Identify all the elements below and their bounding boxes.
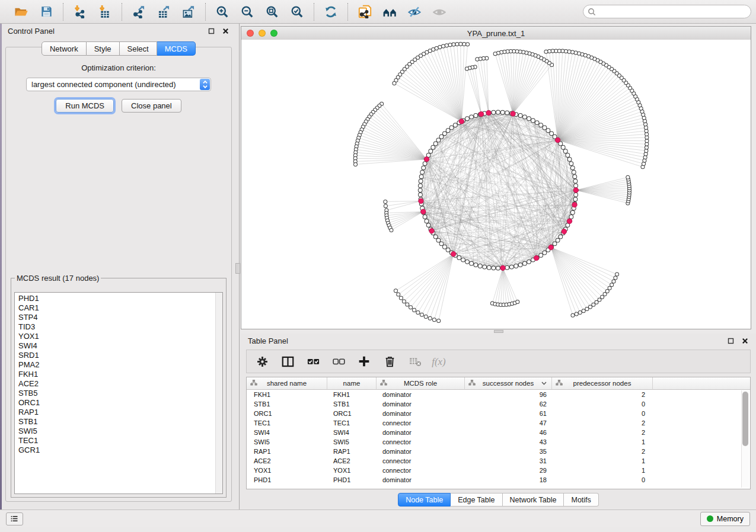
mcds-result-item[interactable]: SWI4 — [18, 341, 222, 351]
deselect-all-rows-button[interactable] — [331, 354, 346, 368]
vertical-splitter[interactable] — [235, 24, 241, 509]
node-table-body: FKH1FKH1dominator962STB1STB1dominator620… — [247, 390, 750, 485]
status-menu-button[interactable] — [6, 512, 23, 525]
tab-node-table[interactable]: Node Table — [398, 493, 451, 507]
export-network-button[interactable] — [130, 3, 148, 21]
refresh-button[interactable] — [322, 3, 340, 21]
table-row[interactable]: PHD1PHD1dominator180 — [247, 475, 750, 485]
horizontal-splitter-grip[interactable] — [494, 330, 503, 333]
tab-network-table[interactable]: Network Table — [503, 493, 564, 507]
network-graph[interactable] — [241, 40, 751, 329]
export-image-button[interactable] — [180, 3, 197, 21]
table-row[interactable]: SWI5SWI5connector431 — [247, 437, 750, 447]
mcds-result-item[interactable]: FKH1 — [18, 370, 222, 379]
save-session-button[interactable] — [37, 3, 55, 21]
table-row[interactable]: SWI4SWI4dominator462 — [247, 428, 750, 437]
add-column-button[interactable] — [357, 354, 371, 368]
mcds-result-item[interactable]: TEC1 — [18, 436, 222, 446]
mcds-result-list[interactable]: PHD1CAR1STP4TID3YOX1SWI4SRD1PMA2FKH1ACE2… — [14, 292, 223, 494]
mcds-result-item[interactable]: SWI5 — [18, 427, 222, 436]
tab-mcds[interactable]: MCDS — [157, 41, 196, 56]
tab-edge-table[interactable]: Edge Table — [451, 493, 502, 507]
run-mcds-button[interactable]: Run MCDS — [56, 99, 114, 113]
export-table-button[interactable] — [155, 3, 173, 21]
close-control-panel-button[interactable] — [221, 27, 229, 35]
delete-column-button[interactable] — [382, 354, 397, 368]
select-all-rows-button[interactable] — [306, 354, 320, 368]
vertical-splitter-grip[interactable] — [235, 263, 240, 274]
mcds-result-item[interactable]: ACE2 — [18, 379, 222, 389]
toggle-columns-button[interactable] — [280, 354, 295, 368]
table-row[interactable]: ORC1ORC1dominator610 — [247, 409, 750, 418]
cell: 31 — [465, 456, 552, 466]
mcds-result-item[interactable]: YOX1 — [18, 332, 222, 341]
zoom-selected-button[interactable] — [288, 3, 306, 21]
cell: TEC1 — [327, 418, 377, 428]
zoom-out-button[interactable] — [238, 3, 256, 21]
maximize-window-button[interactable] — [270, 30, 277, 37]
mcds-result-item[interactable]: STB5 — [18, 389, 222, 398]
export-image-icon — [183, 5, 195, 18]
cell: ACE2 — [327, 456, 377, 466]
close-window-button[interactable] — [247, 30, 254, 37]
mcds-result-item[interactable]: SRD1 — [18, 351, 222, 360]
table-row[interactable]: TEC1TEC1connector472 — [247, 418, 750, 428]
import-network-button[interactable] — [71, 3, 89, 21]
clone-network-button[interactable] — [356, 3, 374, 21]
mcds-result-item[interactable]: STP4 — [18, 313, 222, 322]
tab-network[interactable]: Network — [42, 41, 87, 56]
search-box[interactable] — [583, 5, 751, 18]
table-panel-title: Table Panel — [248, 336, 288, 345]
open-file-button[interactable] — [12, 3, 30, 21]
mcds-result-item[interactable]: CAR1 — [18, 303, 222, 313]
cell: SWI5 — [247, 437, 327, 447]
export-table-icon — [158, 5, 170, 18]
column-header-name[interactable]: name — [327, 377, 377, 390]
result-list-scrollbar[interactable] — [215, 293, 222, 493]
column-header-MCDS-role[interactable]: MCDS role — [377, 377, 465, 390]
mcds-result-item[interactable]: TID3 — [18, 322, 222, 332]
mcds-result-item[interactable]: ORC1 — [18, 398, 222, 408]
search-input[interactable] — [599, 7, 748, 17]
cell-filler — [653, 437, 750, 447]
mcds-result-item[interactable]: GCR1 — [18, 446, 222, 455]
dropdown-stepper-icon — [200, 79, 210, 90]
import-table-button[interactable] — [96, 3, 114, 21]
table-settings-button[interactable] — [255, 354, 269, 368]
table-row[interactable]: STB1STB1dominator620 — [247, 399, 750, 409]
table-scrollbar[interactable] — [741, 390, 749, 488]
first-neighbors-button[interactable] — [381, 3, 398, 21]
criterion-dropdown[interactable]: largest connected component (undirected) — [26, 78, 211, 91]
zoom-fit-button[interactable] — [263, 3, 281, 21]
column-header-shared-name[interactable]: shared name — [247, 377, 327, 390]
float-table-panel-button[interactable] — [726, 337, 735, 345]
table-row[interactable]: RAP1RAP1dominator352 — [247, 447, 750, 456]
control-panel-header: Control Panel — [2, 24, 235, 38]
mcds-result-item[interactable]: RAP1 — [18, 408, 222, 417]
window-controls — [247, 27, 277, 40]
minimize-window-button[interactable] — [259, 30, 266, 37]
table-row[interactable]: ACE2ACE2connector311 — [247, 456, 750, 466]
table-scrollbar-thumb[interactable] — [742, 392, 748, 446]
cell: 2 — [552, 418, 653, 428]
mcds-result-item[interactable]: PHD1 — [18, 294, 222, 303]
float-control-panel-button[interactable] — [207, 27, 215, 35]
table-row[interactable]: FKH1FKH1dominator962 — [247, 390, 750, 399]
optimization-criterion-label: Optimization criterion: — [6, 63, 231, 72]
memory-button[interactable]: Memory — [700, 512, 750, 526]
close-mcds-panel-button[interactable]: Close panel — [122, 99, 181, 113]
tab-style[interactable]: Style — [87, 41, 120, 56]
hide-selected-button[interactable] — [406, 3, 423, 21]
mcds-result-item[interactable]: PMA2 — [18, 360, 222, 370]
tab-motifs[interactable]: Motifs — [564, 493, 598, 507]
column-header-successor-nodes[interactable]: successor nodes — [465, 377, 552, 390]
cell: 18 — [465, 475, 552, 485]
column-header-predecessor-nodes[interactable]: predecessor nodes — [552, 377, 653, 390]
close-table-panel-button[interactable] — [741, 337, 749, 345]
network-canvas[interactable] — [241, 40, 751, 329]
horizontal-splitter[interactable] — [241, 329, 756, 334]
mcds-result-item[interactable]: STB1 — [18, 417, 222, 427]
zoom-in-button[interactable] — [213, 3, 231, 21]
tab-select[interactable]: Select — [120, 41, 157, 56]
table-row[interactable]: YOX1YOX1connector291 — [247, 466, 750, 475]
